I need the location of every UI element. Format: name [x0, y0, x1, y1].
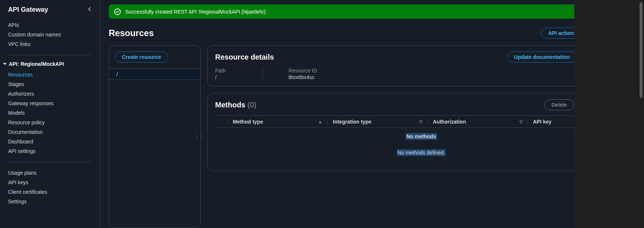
sidebar-api-group: Resources Stages Authorizers Gateway res…	[0, 68, 100, 157]
methods-empty-state: No methods No methods defined.	[215, 128, 627, 165]
api-actions-label: API actions	[548, 30, 576, 36]
sidebar-link-apis[interactable]: APIs	[0, 20, 100, 30]
sidebar-link-resources[interactable]: Resources	[0, 70, 100, 79]
details-column: Resource details Update documentation En…	[207, 45, 635, 228]
empty-title: No methods	[406, 133, 437, 140]
create-resource-button[interactable]: Create resource	[115, 51, 168, 63]
column-api-key-label: API key	[533, 119, 552, 125]
sidebar-link-usage-plans[interactable]: Usage plans	[0, 168, 100, 178]
column-authorization[interactable]: Authorization ▽	[428, 119, 528, 125]
caret-down-icon	[3, 63, 7, 65]
empty-body: No methods defined.	[397, 149, 446, 156]
sort-icon: ▽	[520, 120, 522, 124]
sidebar: API Gateway APIs Custom domain names VPC…	[0, 0, 100, 228]
sidebar-link-resource-policy[interactable]: Resource policy	[0, 118, 100, 127]
path-label: Path	[215, 68, 226, 74]
sidebar-link-stages[interactable]: Stages	[0, 79, 100, 89]
delete-method-button[interactable]: Delete	[544, 99, 574, 110]
content-row: Create resource / ⋮⋮ Resource details Up…	[109, 45, 635, 228]
sidebar-link-client-certificates[interactable]: Client certificates	[0, 187, 100, 197]
select-all-column	[215, 119, 228, 125]
page-header: Resources API actions Deploy API	[109, 28, 635, 39]
resource-kv-row: Path / Resource ID 8tox6bx4sc	[215, 68, 627, 80]
create-resource-label: Create resource	[122, 54, 161, 60]
sidebar-divider-2	[8, 162, 91, 162]
sort-icon: ▽	[419, 120, 422, 124]
panel-resize-handle[interactable]: ⋮⋮	[195, 134, 204, 139]
resources-panel: Create resource / ⋮⋮	[109, 45, 201, 228]
sidebar-link-settings[interactable]: Settings	[0, 197, 100, 206]
sidebar-divider	[8, 55, 91, 55]
column-integration-type-label: Integration type	[333, 119, 372, 125]
sidebar-collapse-icon[interactable]	[87, 7, 92, 13]
sidebar-link-gateway-responses[interactable]: Gateway responses	[0, 99, 100, 108]
resource-tree-root[interactable]: /	[109, 68, 200, 80]
right-scrollbar-gutter	[574, 0, 644, 228]
flash-message: Successfully created REST API 'RegionalM…	[125, 9, 622, 15]
resource-id-label: Resource ID	[289, 68, 317, 74]
update-documentation-button[interactable]: Update documentation	[507, 51, 577, 63]
kv-separator	[263, 68, 263, 80]
column-method-type-label: Method type	[233, 119, 263, 125]
column-authorization-label: Authorization	[433, 119, 466, 125]
resource-id-value: 8tox6bx4sc	[289, 74, 317, 80]
resource-details-panel: Resource details Update documentation En…	[207, 45, 635, 86]
scrollbar-thumb[interactable]	[640, 2, 643, 98]
methods-title: Methods (0)	[215, 101, 256, 109]
column-method-type[interactable]: Method type ▲	[228, 119, 328, 125]
flash-success: Successfully created REST API 'RegionalM…	[109, 4, 635, 19]
resource-id-block: Resource ID 8tox6bx4sc	[285, 68, 332, 80]
methods-table-header: Method type ▲ Integration type ▽ Authori…	[215, 115, 627, 128]
sidebar-link-authorizers[interactable]: Authorizers	[0, 89, 100, 99]
sidebar-link-dashboard[interactable]: Dashboard	[0, 137, 100, 146]
sidebar-link-custom-domain-names[interactable]: Custom domain names	[0, 30, 100, 39]
sidebar-link-vpc-links[interactable]: VPC links	[0, 39, 100, 49]
sidebar-api-header[interactable]: API: RegionalMockAPI	[0, 60, 100, 68]
sidebar-link-api-settings[interactable]: API settings	[0, 146, 100, 156]
service-title: API Gateway	[8, 6, 48, 14]
sidebar-api-header-label: API: RegionalMockAPI	[9, 61, 64, 67]
check-circle-icon	[114, 8, 121, 15]
sidebar-link-documentation[interactable]: Documentation	[0, 127, 100, 137]
sidebar-link-models[interactable]: Models	[0, 108, 100, 118]
resource-tree: /	[109, 68, 200, 228]
resource-details-title: Resource details	[215, 53, 274, 61]
methods-title-text: Methods	[215, 101, 245, 109]
path-value: /	[215, 74, 226, 80]
methods-panel: Methods (0) Delete Create method	[207, 93, 635, 171]
sidebar-top-group: APIs Custom domain names VPC links	[0, 19, 100, 50]
sidebar-bottom-group: Usage plans API keys Client certificates…	[0, 167, 100, 208]
sidebar-link-api-keys[interactable]: API keys	[0, 178, 100, 187]
page-title: Resources	[109, 28, 154, 38]
update-documentation-label: Update documentation	[514, 54, 570, 60]
methods-count: (0)	[247, 101, 256, 109]
delete-method-label: Delete	[551, 102, 567, 108]
sort-asc-icon: ▲	[318, 120, 322, 124]
column-integration-type[interactable]: Integration type ▽	[328, 119, 428, 125]
path-block: Path /	[215, 68, 240, 80]
main-content: Successfully created REST API 'RegionalM…	[100, 0, 644, 228]
